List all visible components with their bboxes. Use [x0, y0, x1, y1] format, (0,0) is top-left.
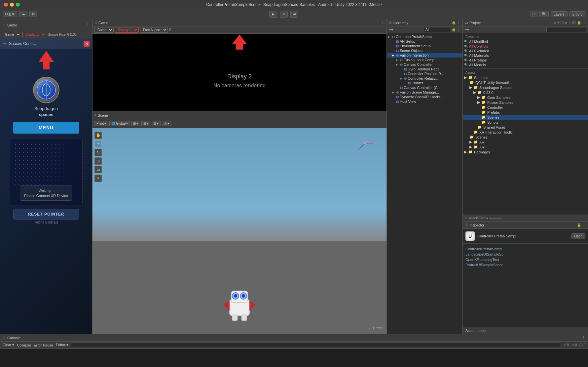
tree-item-sceneobjs[interactable]: ⊡ Scene Objects [387, 48, 462, 53]
folder-prefabs[interactable]: 📁 Prefabs [463, 110, 588, 115]
game2-game-dropdown[interactable]: Game [94, 27, 114, 33]
maximize-button[interactable] [16, 3, 20, 7]
fav-all-excluded[interactable]: 🔍 All Excluded [463, 49, 588, 53]
console-header: ⊟ Console ⋮ [0, 334, 588, 342]
account-icon: ⊙ [5, 12, 8, 16]
folder-scenes[interactable]: 📁 Scenes [463, 115, 588, 120]
info-count-badge: ⓘ 0 [579, 343, 585, 347]
inspector-item-0[interactable]: ControllerPrefabSampl [465, 246, 585, 252]
tree-item-root[interactable]: ▶ ⊙ ControllerPrefabSamp [387, 34, 462, 39]
folder-snapdragon[interactable]: ▶ 📁 Snapdragon Spaces [463, 85, 588, 90]
pivot-button[interactable]: Pivot ▾ [94, 121, 108, 126]
add-icon[interactable]: +▾ [389, 27, 393, 32]
project-search-input[interactable] [546, 27, 586, 32]
rect-tool-icon[interactable]: ▭ [94, 166, 102, 173]
folder-shared[interactable]: 📁 Shared Asset [463, 125, 588, 130]
snap-tool[interactable]: ⊟ ▾ [152, 121, 161, 126]
folder-xri[interactable]: ▶ 📁 XRI [463, 144, 588, 149]
editor-button[interactable]: Editor ▾ [56, 343, 68, 347]
close-button[interactable] [4, 3, 8, 7]
folder-scripts[interactable]: 📁 Scripts [463, 120, 588, 125]
hand-tool[interactable]: ✋ [94, 132, 102, 139]
error-pause-button[interactable]: Error Pause [34, 343, 53, 347]
settings-button[interactable]: ⚙ [29, 11, 37, 17]
layout-button[interactable]: 2 by 3 [570, 11, 585, 17]
account-button[interactable]: ⊙ B▼ [3, 11, 17, 17]
fav-all-conflicts[interactable]: 🔍 All Conflicts [463, 44, 588, 49]
tree-item-dynamic-openxr[interactable]: ⊡ Dynamic OpenXR Loade... [387, 95, 462, 99]
game2-panel-header: ⊡ Game ⋮ [92, 19, 386, 26]
fav-all-models[interactable]: 🔍 All Models [463, 62, 588, 67]
folder-core[interactable]: ▶ 📁 Core Samples [463, 95, 588, 100]
scene-tools-sidebar: ✋ ✛ ↻ ⊞ ▭ ✳ [94, 132, 102, 182]
pause-icon: ⏸ [282, 12, 285, 16]
fav-all-materials[interactable]: 🔍 All Materials [463, 53, 588, 58]
folder-icon-scripts: 📁 [481, 120, 486, 124]
tree-item-controller-rel[interactable]: ▶ ⊙ Controller Relativ... [387, 76, 462, 81]
hierarchy-search-input[interactable] [424, 27, 450, 32]
menu-button[interactable]: MENU [13, 122, 79, 134]
collapse-button[interactable]: Collapse [17, 343, 31, 347]
move-tool-icon[interactable]: ✛ [94, 140, 102, 147]
tree-item-gyro[interactable]: ⊡ Gyro Rotation Recei... [387, 67, 462, 71]
tree-item-arsetup[interactable]: ⊡ AR Setup [387, 39, 462, 44]
layers-button[interactable]: Layers [551, 11, 568, 17]
tree-item-canvas-controller[interactable]: ▶ ⊙ Canvas Controller [387, 62, 462, 67]
free-aspect-dropdown[interactable]: Free Aspect [140, 27, 168, 33]
project-add-icon[interactable]: +▾ [465, 27, 469, 32]
inspector-item-1[interactable]: LandscapeUISampleSc... [465, 252, 585, 257]
pause-button[interactable]: ⏸ [280, 11, 288, 18]
display1-dropdown[interactable]: Display 1 [22, 32, 46, 37]
hierarchy-more: ⋮ [457, 20, 460, 25]
folder-qcht[interactable]: 📁 QCHT Unity Interacti... [463, 80, 588, 85]
cloud-button[interactable]: ☁ [19, 11, 27, 17]
clear-button[interactable]: Clear ▾ [3, 343, 14, 347]
title-bar: ControllerPrefabSampleScene - Snapdragon… [0, 0, 588, 9]
chevron-down-icon-clear: ▾ [12, 343, 14, 347]
folder-packages[interactable]: ▶ 📁 Packages [463, 149, 588, 154]
inspector-item-2[interactable]: OpenXRLoadingTest [465, 257, 585, 262]
folder-023[interactable]: ▶ 📁 0.23.0 [463, 90, 588, 95]
console-search-input[interactable] [71, 343, 561, 348]
search-button[interactable]: 🔍 [539, 11, 549, 17]
tree-item-fusion-scene[interactable]: ▶ ⊙ Fusion Scene Manage... [387, 90, 462, 95]
transform-tool-icon[interactable]: ✳ [94, 175, 102, 182]
close-button-x[interactable]: ✕ [84, 41, 90, 47]
folder-fusion[interactable]: ▶ 📁 Fusion Samples [463, 100, 588, 105]
spaces-controller-panel: ☰ Spaces Contr... ✕ [0, 38, 92, 334]
scale-tool-icon[interactable]: ⊞ [94, 157, 102, 165]
tree-item-host-view[interactable]: ⊡ Host View [387, 99, 462, 104]
tree-item-pointer[interactable]: ⊡ Pointer [387, 81, 462, 85]
tree-item-controller-pos[interactable]: ⊡ Controller Position R... [387, 71, 462, 76]
toolbar-right: ↩ 🔍 Layers 2 by 3 [530, 11, 585, 17]
tree-item-envsetup[interactable]: ⊡ Environment Setup [387, 44, 462, 48]
project-panel: 🗂 Project ⊕ ✦ ⓘ ★ ⊹ 24 🔒 ⋮ +▾ [463, 19, 588, 222]
reset-pointer-button[interactable]: RESET POINTER [13, 209, 79, 220]
display2-dropdown[interactable]: Display 2 [115, 27, 139, 33]
hamburger-icon[interactable]: ☰ [3, 41, 7, 46]
move-tool[interactable]: ⊞ ▾ [131, 121, 140, 126]
console-tab[interactable]: Console [7, 336, 20, 340]
open-button[interactable]: Open [571, 233, 585, 239]
play-button[interactable]: ▶ [269, 11, 277, 18]
history-button[interactable]: ↩ [530, 11, 537, 17]
folder-xr[interactable]: ▶ 📁 XR [463, 140, 588, 144]
fav-all-modified[interactable]: 🔍 All Modified [463, 39, 588, 44]
step-button[interactable]: ⏭ [290, 11, 298, 18]
rotate-tool-icon[interactable]: ↻ [94, 149, 102, 156]
folder-controller[interactable]: 📁 Controller [463, 105, 588, 110]
render-mode-tool[interactable]: ◎ ▾ [162, 121, 171, 126]
folder-samples[interactable]: ▶ 📁 Samples [463, 75, 588, 80]
inspector-item-3[interactable]: PortraitUISampleScene... [465, 262, 585, 267]
tree-item-fusion-interaction[interactable]: ▶ ⊙ Fusion Interaction [387, 53, 462, 58]
folder-scenes2[interactable]: 📁 Scenes [463, 135, 588, 140]
reset-pointer-area: RESET POINTER Hold to Calibrate [13, 209, 79, 224]
tree-item-fusion-input[interactable]: ▶ ⊙ Fusion Input Comp... [387, 58, 462, 62]
minimize-button[interactable] [10, 3, 14, 7]
tree-item-canvas-c[interactable]: ⊡ Canvas Controller (C... [387, 85, 462, 90]
grid-tool[interactable]: ⊟ ▾ [141, 121, 150, 126]
game1-game-dropdown[interactable]: Game [2, 32, 21, 37]
folder-xr-toolkit[interactable]: 📁 XR Interaction Toolki... [463, 130, 588, 135]
global-button[interactable]: 🌐 Global ▾ [109, 121, 130, 126]
fav-all-prefabs[interactable]: 🔍 All Prefabs [463, 58, 588, 62]
